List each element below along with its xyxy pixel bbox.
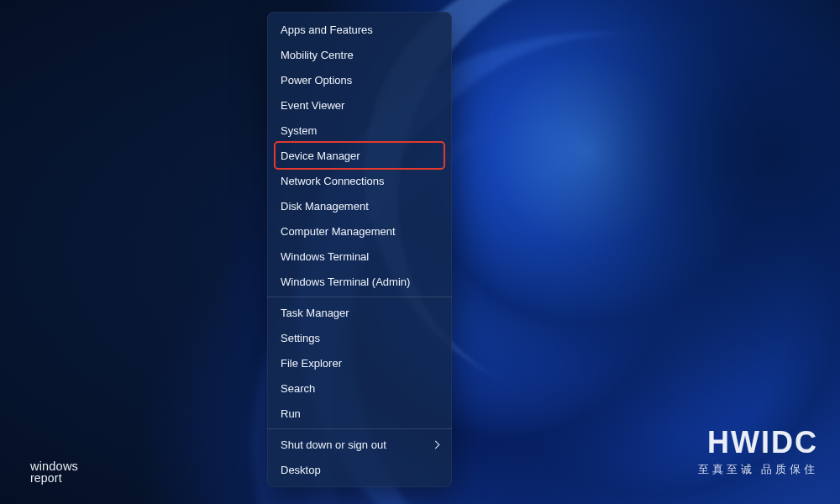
watermark-hwidc: HWIDC 至真至诚 品质保住 — [698, 428, 818, 477]
menu-item-label: Search — [281, 382, 315, 395]
menu-item-windows-terminal-admin[interactable]: Windows Terminal (Admin) — [267, 269, 452, 294]
menu-item-file-explorer[interactable]: File Explorer — [267, 350, 452, 375]
watermark-main: HWIDC — [698, 428, 818, 458]
menu-item-system[interactable]: System — [267, 118, 452, 143]
menu-item-label: Shut down or sign out — [281, 438, 386, 451]
watermark-sub: 至真至诚 品质保住 — [698, 463, 818, 477]
menu-item-label: Windows Terminal — [281, 250, 369, 263]
watermark-line1: windows — [30, 460, 78, 473]
menu-item-label: Desktop — [281, 464, 321, 476]
watermark-line2: report — [30, 472, 78, 484]
chevron-right-icon — [432, 440, 440, 449]
menu-item-event-viewer[interactable]: Event Viewer — [267, 92, 452, 118]
menu-item-computer-management[interactable]: Computer Management — [267, 218, 452, 244]
menu-item-label: Power Options — [281, 74, 352, 87]
menu-item-windows-terminal[interactable]: Windows Terminal — [267, 244, 452, 269]
menu-item-run[interactable]: Run — [267, 401, 452, 426]
menu-item-label: System — [281, 124, 317, 137]
menu-item-settings[interactable]: Settings — [267, 325, 452, 350]
menu-item-label: Run — [281, 407, 301, 420]
power-user-menu[interactable]: Apps and Features Mobility Centre Power … — [267, 12, 452, 487]
menu-item-label: Task Manager — [281, 307, 349, 319]
menu-item-label: Windows Terminal (Admin) — [281, 276, 410, 288]
menu-item-search[interactable]: Search — [267, 375, 452, 401]
menu-item-label: Apps and Features — [281, 24, 373, 36]
menu-item-task-manager[interactable]: Task Manager — [267, 300, 452, 325]
menu-item-desktop[interactable]: Desktop — [267, 457, 452, 482]
menu-item-apps-and-features[interactable]: Apps and Features — [267, 17, 452, 42]
menu-item-label: Device Manager — [281, 150, 360, 162]
menu-item-label: Event Viewer — [281, 99, 344, 112]
menu-item-device-manager[interactable]: Device Manager — [267, 143, 452, 168]
menu-item-label: Disk Management — [281, 200, 369, 213]
menu-item-disk-management[interactable]: Disk Management — [267, 193, 452, 218]
menu-item-mobility-centre[interactable]: Mobility Centre — [267, 42, 452, 67]
menu-item-power-options[interactable]: Power Options — [267, 67, 452, 92]
menu-separator — [267, 297, 452, 297]
menu-item-label: Mobility Centre — [281, 49, 354, 61]
menu-item-network-connections[interactable]: Network Connections — [267, 168, 452, 193]
watermark-windows-report: windows report — [30, 460, 78, 485]
menu-item-label: Settings — [281, 332, 320, 344]
menu-separator — [267, 428, 452, 429]
menu-item-label: File Explorer — [281, 357, 342, 370]
menu-item-label: Network Connections — [281, 175, 385, 187]
menu-item-shut-down-or-sign-out[interactable]: Shut down or sign out — [267, 432, 452, 457]
menu-item-label: Computer Management — [281, 225, 396, 238]
